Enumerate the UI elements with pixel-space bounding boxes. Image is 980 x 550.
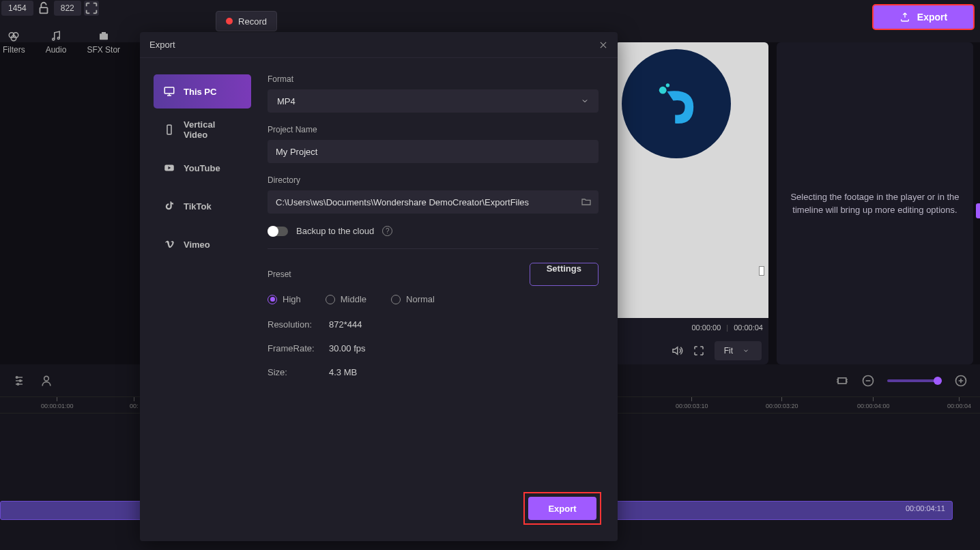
preset-radio-middle[interactable]: Middle [326, 294, 366, 304]
svg-rect-7 [102, 32, 106, 34]
sidebar-item-vertical-video[interactable]: Vertical Video [154, 113, 251, 147]
zoom-out-icon[interactable] [861, 374, 875, 388]
record-button[interactable]: Record [216, 11, 277, 31]
help-icon[interactable]: ? [382, 226, 392, 236]
settings-button[interactable]: Settings [530, 263, 599, 286]
size-value: 4.3 MB [329, 367, 599, 377]
properties-placeholder-text: Selecting the footage in the player or i… [790, 190, 960, 217]
preview-canvas[interactable] [615, 42, 768, 318]
framerate-key: FrameRate: [268, 343, 329, 353]
vertical-video-label: Vertical Video [184, 119, 242, 140]
tiktok-icon [163, 200, 175, 212]
preview-current-time: 00:00:00 [691, 323, 721, 332]
export-top-button[interactable]: Export [872, 4, 975, 30]
backup-toggle[interactable] [268, 227, 288, 236]
svg-point-15 [17, 383, 18, 385]
svg-rect-0 [40, 8, 47, 13]
ruler-tick: 00: [130, 397, 139, 409]
project-name-input[interactable]: My Project [268, 140, 599, 163]
resolution-value: 872*444 [329, 319, 599, 330]
ruler-tick: 00:00:04:00 [857, 397, 890, 409]
preset-normal-label: Normal [406, 294, 435, 304]
sidebar-item-vimeo[interactable]: Vimeo [154, 227, 251, 261]
resolution-key: Resolution: [268, 319, 329, 330]
svg-rect-11 [167, 125, 171, 134]
dialog-title: Export [149, 40, 175, 50]
lock-aspect-icon[interactable] [36, 1, 51, 16]
format-select[interactable]: MP4 [268, 89, 599, 113]
zoom-slider[interactable] [887, 379, 942, 382]
record-label: Record [238, 16, 267, 27]
folder-browse-icon[interactable] [581, 197, 592, 207]
framerate-value: 30.00 fps [329, 343, 599, 353]
export-highlight-frame: Export [523, 492, 601, 525]
directory-input[interactable]: C:\Users\ws\Documents\Wondershare DemoCr… [268, 190, 599, 214]
size-key: Size: [268, 367, 329, 377]
preset-middle-label: Middle [341, 294, 366, 304]
svg-rect-10 [164, 87, 174, 93]
svg-point-16 [44, 376, 49, 381]
svg-point-5 [57, 38, 59, 40]
vimeo-label: Vimeo [184, 240, 210, 250]
fit-timeline-icon[interactable] [835, 374, 849, 388]
svg-rect-17 [838, 377, 846, 383]
zoom-in-icon[interactable] [954, 374, 968, 388]
format-value: MP4 [277, 96, 296, 106]
vimeo-icon [163, 238, 175, 250]
export-top-label: Export [917, 12, 947, 23]
svg-point-9 [666, 83, 669, 87]
export-icon [899, 12, 910, 23]
export-dialog: Export This PC Vertical Video YouTube Ti… [140, 32, 618, 541]
tiktok-label: TikTok [184, 201, 212, 212]
export-button[interactable]: Export [528, 497, 596, 520]
preset-radio-high[interactable]: High [268, 294, 301, 304]
canvas-height[interactable]: 822 [54, 1, 81, 16]
chevron-down-icon [743, 347, 749, 354]
preview-side-tab[interactable] [976, 203, 980, 218]
ruler-tick: 00:00:01:00 [41, 397, 74, 409]
phone-icon [163, 124, 175, 136]
preset-high-label: High [283, 294, 301, 304]
timeline-settings-icon[interactable] [12, 374, 26, 388]
preview-total-time: 00:00:04 [734, 323, 763, 332]
this-pc-label: This PC [184, 87, 216, 97]
preview-panel: 00:00:00 | 00:00:04 Fit [615, 42, 768, 364]
divider [268, 248, 599, 249]
preview-logo [622, 49, 731, 158]
preset-label: Preset [268, 270, 291, 279]
fit-dropdown[interactable]: Fit [715, 341, 762, 360]
sidebar-item-tiktok[interactable]: TikTok [154, 189, 251, 223]
ruler-tick: 00:00:03:10 [676, 397, 708, 409]
preset-radio-normal[interactable]: Normal [391, 294, 435, 304]
ruler-tick: 00:00:04 [947, 397, 971, 409]
properties-panel: Selecting the footage in the player or i… [777, 42, 973, 364]
svg-point-13 [16, 376, 18, 378]
svg-point-4 [53, 38, 55, 40]
project-name-value: My Project [276, 147, 317, 157]
clip-duration: 00:00:04:11 [906, 504, 945, 512]
svg-point-14 [19, 379, 21, 381]
close-icon[interactable] [599, 40, 608, 50]
directory-value: C:\Users\ws\Documents\Wondershare DemoCr… [276, 197, 529, 207]
time-divider: | [726, 323, 728, 332]
expand-canvas-icon[interactable] [84, 1, 99, 16]
sidebar-item-youtube[interactable]: YouTube [154, 151, 251, 185]
directory-label: Directory [268, 175, 599, 185]
sidebar-item-this-pc[interactable]: This PC [154, 74, 251, 108]
fullscreen-icon[interactable] [693, 345, 705, 357]
monitor-icon [163, 85, 175, 98]
youtube-icon [163, 162, 175, 174]
project-name-label: Project Name [268, 125, 599, 134]
volume-icon[interactable] [671, 345, 683, 357]
chevron-down-icon [581, 97, 589, 105]
fit-label: Fit [724, 346, 733, 356]
canvas-width[interactable]: 1454 [1, 1, 33, 16]
backup-label: Backup to the cloud [296, 226, 374, 236]
svg-point-8 [659, 87, 667, 94]
ruler-tick: 00:00:03:20 [766, 397, 798, 409]
record-dot-icon [226, 18, 233, 25]
svg-rect-6 [100, 33, 108, 40]
voiceover-icon[interactable] [40, 374, 53, 388]
youtube-label: YouTube [184, 163, 220, 173]
preview-scroll-handle[interactable] [759, 266, 764, 276]
